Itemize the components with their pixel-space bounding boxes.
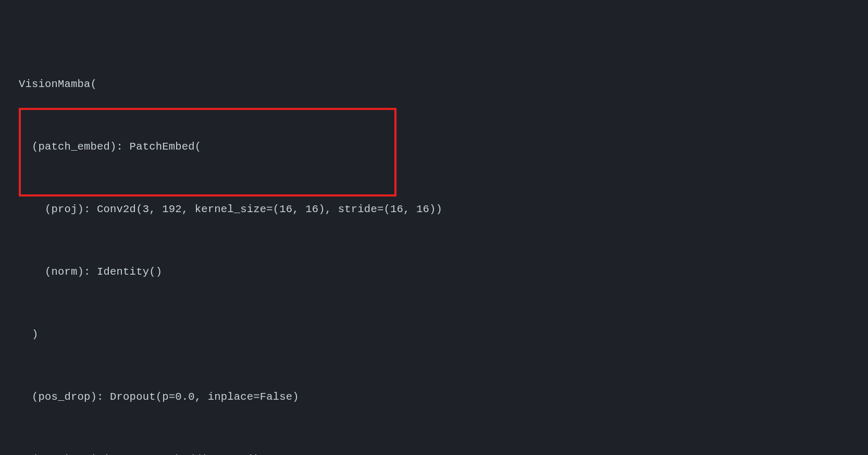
code-line[interactable]: (proj): Conv2d(3, 192, kernel_size=(16, … xyxy=(19,199,868,220)
code-line[interactable]: (rope): VisionRotaryEmbeddingFast() xyxy=(19,449,868,455)
code-editor-viewport[interactable]: VisionMamba( (patch_embed): PatchEmbed( … xyxy=(0,0,868,455)
code-line[interactable]: (norm): Identity() xyxy=(19,262,868,282)
code-line[interactable]: (patch_embed): PatchEmbed( xyxy=(19,137,868,157)
code-line[interactable]: (pos_drop): Dropout(p=0.0, inplace=False… xyxy=(19,387,868,408)
code-line[interactable]: VisionMamba( xyxy=(19,74,868,95)
code-line[interactable]: ) xyxy=(19,324,868,345)
